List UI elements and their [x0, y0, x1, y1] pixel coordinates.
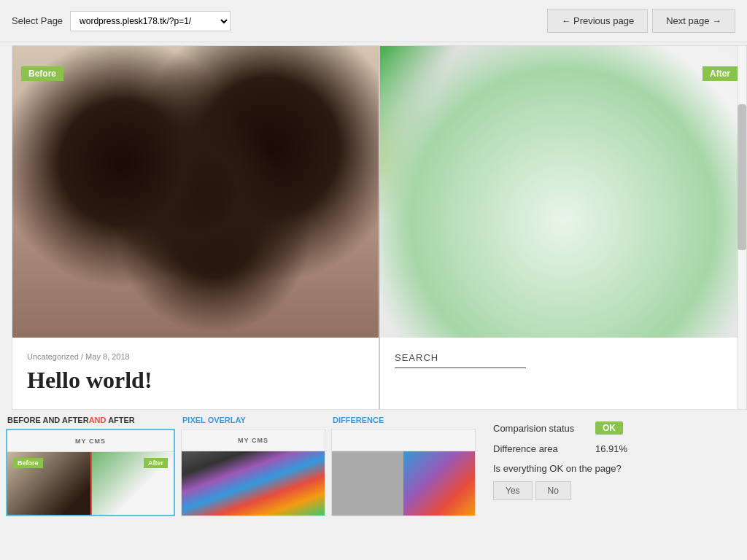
before-label: Before — [21, 66, 63, 81]
comparison-status-row: Comparision status OK — [493, 421, 729, 435]
bottom-section: BEFORE AND AFTERAND AFTER MY CMS Before … — [0, 410, 747, 516]
after-image — [380, 46, 746, 338]
ok-badge: OK — [595, 421, 623, 435]
after-label: After — [703, 66, 738, 81]
post-title: Hello world! — [27, 367, 364, 394]
before-image — [12, 46, 379, 338]
nav-buttons: ← Previous page Next page → — [547, 9, 735, 33]
and-highlight: AND — [89, 416, 107, 424]
before-after-thumbnail: MY CMS Before After — [6, 429, 175, 516]
difference-title: DIFFERENCE — [331, 416, 476, 424]
before-and-after-title: BEFORE AND AFTERAND AFTER — [6, 416, 175, 424]
scrollbar-track[interactable] — [738, 46, 746, 409]
pixel-overlay-image — [182, 451, 325, 516]
pixel-overlay-panel: PIXEL OVERLAY MY CMS — [181, 416, 325, 516]
prev-page-button[interactable]: ← Previous page — [547, 9, 648, 33]
yes-button[interactable]: Yes — [493, 481, 533, 500]
thumb-cms-label: MY CMS — [7, 430, 174, 452]
pixel-overlay-title: PIXEL OVERLAY — [181, 416, 325, 424]
difference-area-label: Difference area — [493, 443, 595, 454]
next-page-button[interactable]: Next page → — [652, 9, 735, 33]
no-button[interactable]: No — [535, 481, 571, 500]
select-page-label: Select Page — [12, 15, 63, 26]
difference-thumbnail — [331, 429, 476, 516]
pixel-overlay-thumbnail: MY CMS — [181, 429, 325, 516]
header: Select Page wordpress.plesk178.tk/?p=1/ … — [0, 0, 747, 42]
after-content: SEARCH — [380, 338, 746, 378]
thumb-comparison-area: Before After — [7, 452, 174, 516]
post-meta: Uncategorized / May 8, 2018 — [27, 352, 364, 361]
search-bar-divider — [395, 368, 526, 368]
difference-panel: DIFFERENCE — [331, 416, 476, 516]
mini-divider — [90, 452, 92, 516]
is-everything-ok-row: Is everything OK on the page? Yes No — [493, 463, 729, 500]
scrollbar-thumb[interactable] — [738, 104, 746, 250]
diff-left — [332, 451, 403, 516]
comparison-container: Before Uncategorized / May 8, 2018 Hello… — [12, 45, 747, 410]
diff-top-bar — [332, 429, 475, 451]
pixel-image-area — [182, 451, 325, 516]
mini-after-label: After — [144, 458, 168, 468]
before-and-after-panel: BEFORE AND AFTERAND AFTER MY CMS Before … — [6, 416, 175, 516]
diff-right — [403, 451, 475, 516]
page-url-select[interactable]: wordpress.plesk178.tk/?p=1/ — [70, 11, 231, 31]
search-label: SEARCH — [395, 352, 732, 363]
pixel-cms-label: MY CMS — [182, 429, 325, 451]
is-everything-ok-label: Is everything OK on the page? — [493, 463, 622, 474]
difference-area-row: Difference area 16.91% — [493, 443, 729, 454]
mini-before-label: Before — [13, 458, 43, 468]
stats-panel: Comparision status OK Difference area 16… — [481, 416, 741, 516]
yes-no-buttons: Yes No — [493, 481, 571, 500]
after-panel: After SEARCH — [380, 46, 746, 409]
comparison-status-label: Comparision status — [493, 423, 595, 434]
diff-image-area — [332, 451, 475, 516]
header-left: Select Page wordpress.plesk178.tk/?p=1/ — [12, 11, 231, 31]
before-content: Uncategorized / May 8, 2018 Hello world! — [12, 338, 379, 401]
difference-value: 16.91% — [595, 443, 627, 454]
before-panel: Before Uncategorized / May 8, 2018 Hello… — [12, 46, 380, 409]
